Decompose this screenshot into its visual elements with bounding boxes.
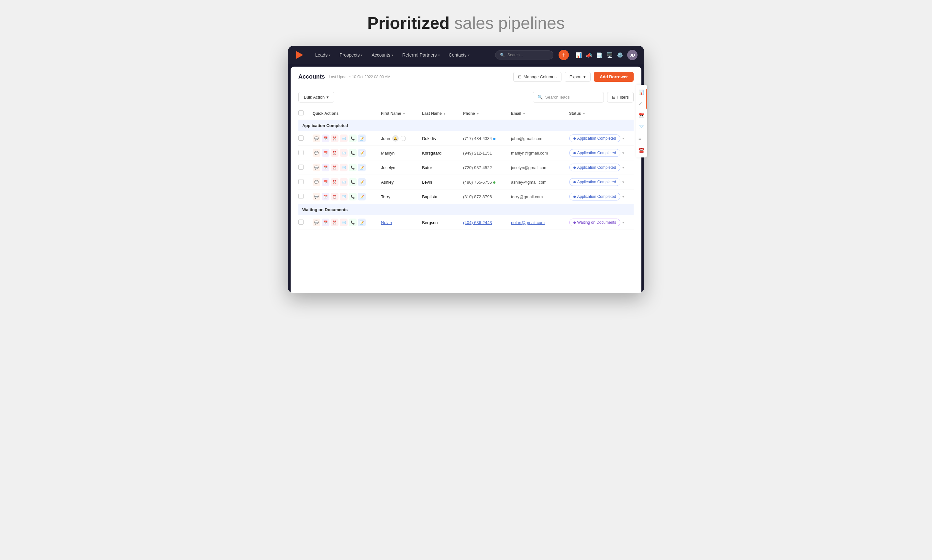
table-group-header: Application Completed bbox=[298, 120, 634, 132]
row-checkbox[interactable] bbox=[298, 220, 304, 225]
search-icon: 🔍 bbox=[537, 95, 543, 100]
calendar-action-icon[interactable]: 📅 bbox=[322, 178, 329, 186]
bulk-action-button[interactable]: Bulk Action ▾ bbox=[298, 92, 334, 103]
side-panel-calendar-icon[interactable]: 📅 bbox=[639, 112, 645, 118]
export-button[interactable]: Export ▾ bbox=[565, 72, 591, 82]
first-name-link[interactable]: Nolan bbox=[381, 220, 392, 225]
status-badge[interactable]: Application Completed bbox=[569, 149, 620, 157]
screen-share-icon[interactable]: 🖥️ bbox=[606, 52, 613, 58]
note-action-icon[interactable]: 📝 bbox=[358, 218, 366, 226]
clock-action-icon[interactable]: ⏰ bbox=[331, 178, 338, 186]
nav-add-button[interactable]: + bbox=[559, 50, 569, 60]
first-name-cell: Marilyn bbox=[377, 146, 418, 160]
info-icon[interactable]: i bbox=[401, 136, 406, 141]
calendar-action-icon[interactable]: 📅 bbox=[322, 149, 329, 157]
clock-action-icon[interactable]: ⏰ bbox=[331, 134, 338, 142]
email-action-icon[interactable]: ✉️ bbox=[340, 149, 347, 157]
select-all-checkbox[interactable] bbox=[298, 110, 304, 115]
announcements-icon[interactable]: 📣 bbox=[586, 52, 592, 58]
phone-action-icon[interactable]: 📞 bbox=[349, 164, 356, 171]
nav-item-referral-partners[interactable]: Referral Partners ▾ bbox=[398, 51, 444, 60]
first-name-header[interactable]: First Name ▾ bbox=[377, 107, 418, 120]
phone-action-icon[interactable]: 📞 bbox=[349, 193, 356, 200]
row-checkbox[interactable] bbox=[298, 179, 304, 184]
calendar-action-icon[interactable]: 📅 bbox=[322, 218, 329, 226]
email-action-icon[interactable]: ✉️ bbox=[340, 134, 347, 142]
phone-link[interactable]: (404) 686-2443 bbox=[463, 220, 492, 225]
side-panel-phone-icon[interactable]: ☎️ bbox=[639, 147, 645, 153]
clock-action-icon[interactable]: ⏰ bbox=[331, 149, 338, 157]
user-avatar[interactable]: JD bbox=[627, 50, 637, 60]
note-action-icon[interactable]: 📝 bbox=[358, 164, 366, 171]
clock-action-icon[interactable]: ⏰ bbox=[331, 218, 338, 226]
side-panel-list-icon[interactable]: ≡ bbox=[639, 136, 645, 141]
phone-action-icon[interactable]: 📞 bbox=[349, 178, 356, 186]
status-badge[interactable]: Application Completed bbox=[569, 134, 620, 142]
nav-item-accounts[interactable]: Accounts ▾ bbox=[367, 51, 397, 60]
status-badge[interactable]: Waiting on Documents bbox=[569, 218, 620, 226]
row-checkbox[interactable] bbox=[298, 135, 304, 141]
email-action-icon[interactable]: ✉️ bbox=[340, 164, 347, 171]
email-action-icon[interactable]: ✉️ bbox=[340, 193, 347, 200]
filters-button[interactable]: ⊟ Filters bbox=[607, 92, 634, 103]
email-value: jocelyn@gmail.com bbox=[511, 165, 548, 170]
status-chevron-icon[interactable]: ▾ bbox=[622, 220, 624, 225]
status-chevron-icon[interactable]: ▾ bbox=[622, 180, 624, 184]
nav-item-contacts[interactable]: Contacts ▾ bbox=[445, 51, 474, 60]
phone-value: (310) 872-8796 bbox=[463, 194, 492, 199]
email-link[interactable]: nolan@gmail.com bbox=[511, 220, 545, 225]
calendar-action-icon[interactable]: 📅 bbox=[322, 134, 329, 142]
status-chevron-icon[interactable]: ▾ bbox=[622, 195, 624, 199]
phone-action-icon[interactable]: 📞 bbox=[349, 149, 356, 157]
tasks-icon[interactable]: 🗒️ bbox=[596, 52, 603, 58]
last-name-value: Baptista bbox=[422, 194, 437, 199]
chat-action-icon[interactable]: 💬 bbox=[313, 164, 320, 171]
select-all-header[interactable] bbox=[298, 107, 309, 120]
clock-action-icon[interactable]: ⏰ bbox=[331, 193, 338, 200]
last-name-header[interactable]: Last Name ▾ bbox=[418, 107, 459, 120]
settings-icon[interactable]: ⚙️ bbox=[617, 52, 623, 58]
table-header: Quick Actions First Name ▾ Last Name ▾ bbox=[298, 107, 634, 120]
reports-icon[interactable]: 📊 bbox=[576, 52, 582, 58]
note-action-icon[interactable]: 📝 bbox=[358, 149, 366, 157]
status-dot bbox=[574, 166, 576, 169]
manage-columns-button[interactable]: ⊞ Manage Columns bbox=[513, 72, 562, 82]
email-header[interactable]: Email ▾ bbox=[507, 107, 565, 120]
side-panel-check-icon[interactable]: ✓ bbox=[639, 101, 645, 107]
calendar-action-icon[interactable]: 📅 bbox=[322, 164, 329, 171]
chat-action-icon[interactable]: 💬 bbox=[313, 193, 320, 200]
row-checkbox[interactable] bbox=[298, 194, 304, 199]
note-action-icon[interactable]: 📝 bbox=[358, 134, 366, 142]
chat-action-icon[interactable]: 💬 bbox=[313, 218, 320, 226]
status-badge[interactable]: Application Completed bbox=[569, 193, 620, 200]
status-header[interactable]: Status ▾ bbox=[565, 107, 634, 120]
status-badge[interactable]: Application Completed bbox=[569, 164, 620, 171]
phone-action-icon[interactable]: 📞 bbox=[349, 218, 356, 226]
phone-action-icon[interactable]: 📞 bbox=[349, 134, 356, 142]
status-chevron-icon[interactable]: ▾ bbox=[622, 137, 624, 141]
action-icons: 💬 📅 ⏰ ✉️ 📞 📝 bbox=[313, 164, 373, 171]
phone-header[interactable]: Phone ▾ bbox=[459, 107, 507, 120]
add-borrower-button[interactable]: Add Borrower bbox=[594, 72, 634, 82]
calendar-action-icon[interactable]: 📅 bbox=[322, 193, 329, 200]
nav-item-leads[interactable]: Leads ▾ bbox=[311, 51, 334, 60]
search-leads-input[interactable]: 🔍 Search leads bbox=[533, 92, 604, 103]
email-action-icon[interactable]: ✉️ bbox=[340, 218, 347, 226]
row-checkbox[interactable] bbox=[298, 165, 304, 170]
note-action-icon[interactable]: 📝 bbox=[358, 178, 366, 186]
nav-search[interactable]: 🔍 Search... bbox=[495, 51, 553, 60]
status-chevron-icon[interactable]: ▾ bbox=[622, 166, 624, 170]
status-badge[interactable]: Application Completed bbox=[569, 178, 620, 186]
side-panel-charts-icon[interactable]: 📊 bbox=[639, 89, 645, 95]
chat-action-icon[interactable]: 💬 bbox=[313, 178, 320, 186]
clock-action-icon[interactable]: ⏰ bbox=[331, 164, 338, 171]
side-panel-mail-icon[interactable]: ✉️ bbox=[639, 124, 645, 130]
row-checkbox[interactable] bbox=[298, 150, 304, 155]
nav-item-prospects[interactable]: Prospects ▾ bbox=[336, 51, 366, 60]
email-action-icon[interactable]: ✉️ bbox=[340, 178, 347, 186]
status-chevron-icon[interactable]: ▾ bbox=[622, 151, 624, 155]
chat-action-icon[interactable]: 💬 bbox=[313, 149, 320, 157]
note-action-icon[interactable]: 📝 bbox=[358, 193, 366, 200]
logo[interactable] bbox=[295, 50, 305, 60]
chat-action-icon[interactable]: 💬 bbox=[313, 134, 320, 142]
